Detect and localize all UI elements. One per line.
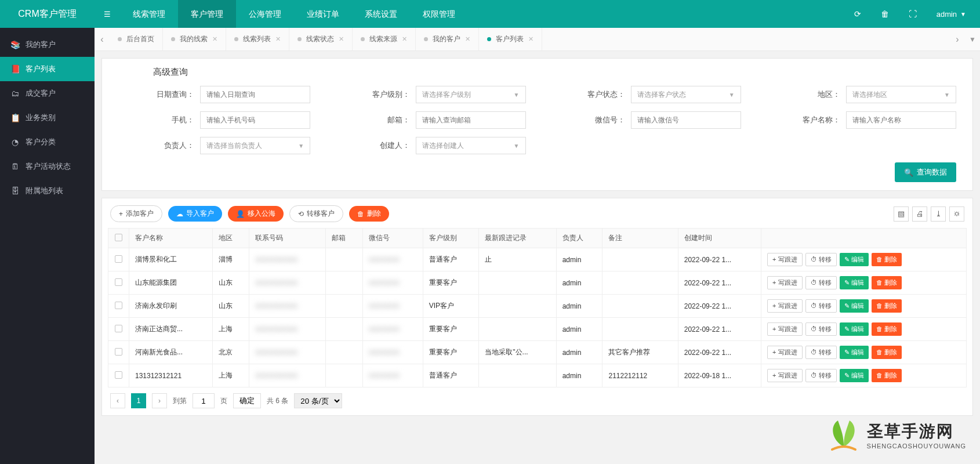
- sidebar-item-3[interactable]: 📋业务类别: [0, 106, 95, 130]
- columns-icon[interactable]: ▧: [894, 206, 909, 222]
- search-label: 微信号：: [580, 115, 625, 125]
- search-label: 手机：: [149, 115, 194, 125]
- cell-follow: [479, 295, 556, 318]
- print-icon[interactable]: 🖨: [912, 206, 927, 222]
- row-checkbox[interactable]: [108, 318, 129, 341]
- tabs-next-icon[interactable]: ›: [950, 34, 965, 45]
- tab-close-icon[interactable]: ✕: [339, 35, 344, 43]
- move-to-sea-button[interactable]: 👤移入公海: [228, 206, 284, 222]
- row-transfer[interactable]: ⏱ 转移: [805, 299, 837, 313]
- row-edit[interactable]: ✎ 编辑: [840, 322, 869, 336]
- table-header: 地区: [213, 229, 249, 248]
- th-checkbox[interactable]: [108, 229, 129, 248]
- row-write-follow[interactable]: + 写跟进: [767, 346, 802, 359]
- page-prev[interactable]: ‹: [110, 393, 125, 408]
- row-edit[interactable]: ✎ 编辑: [840, 276, 869, 289]
- search-grid: 日期查询：客户级别：请选择客户级别▼客户状态：请选择客户状态▼地区：请选择地区▼…: [118, 86, 956, 154]
- add-customer-button[interactable]: +添加客户: [110, 205, 162, 222]
- page-tab-3[interactable]: 线索状态✕: [289, 28, 353, 50]
- nav-item-2[interactable]: 公海管理: [236, 0, 294, 28]
- search-input-wechat[interactable]: [631, 111, 741, 129]
- nav-item-1[interactable]: 客户管理: [178, 0, 236, 28]
- refresh-icon[interactable]: ⟳: [854, 9, 861, 19]
- row-transfer[interactable]: ⏱ 转移: [805, 253, 837, 266]
- tab-close-icon[interactable]: ✕: [212, 35, 217, 43]
- page-tab-2[interactable]: 线索列表✕: [226, 28, 289, 50]
- row-delete[interactable]: 🗑 删除: [872, 369, 902, 382]
- search-input-name[interactable]: [846, 111, 956, 129]
- export-icon[interactable]: ⤓: [931, 206, 946, 222]
- sidebar-item-2[interactable]: 🗂成交客户: [0, 81, 95, 106]
- tab-dot-icon: [118, 37, 122, 41]
- import-customer-button[interactable]: ☁导入客户: [168, 206, 222, 222]
- search-input-email[interactable]: [416, 111, 526, 129]
- row-delete[interactable]: 🗑 删除: [872, 346, 902, 359]
- sidebar-label: 业务类别: [26, 113, 56, 123]
- sidebar-item-6[interactable]: 🗄附属地列表: [0, 179, 95, 203]
- row-checkbox[interactable]: [108, 341, 129, 364]
- tabs-menu-icon[interactable]: ▼: [965, 35, 980, 44]
- page-size-select[interactable]: 20 条/页: [294, 393, 342, 408]
- page-confirm-button[interactable]: 确定: [233, 393, 261, 408]
- row-checkbox[interactable]: [108, 295, 129, 318]
- row-write-follow[interactable]: + 写跟进: [767, 276, 802, 289]
- row-edit[interactable]: ✎ 编辑: [840, 346, 869, 359]
- row-write-follow[interactable]: + 写跟进: [767, 253, 802, 266]
- search-select-status[interactable]: 请选择客户状态▼: [631, 86, 741, 103]
- row-checkbox[interactable]: [108, 248, 129, 271]
- row-delete[interactable]: 🗑 删除: [872, 276, 902, 289]
- sidebar-item-0[interactable]: 📚我的客户: [0, 32, 95, 57]
- row-checkbox[interactable]: [108, 364, 129, 387]
- cell-phone: 00000000000: [249, 271, 326, 295]
- row-transfer[interactable]: ⏱ 转移: [805, 322, 837, 336]
- search-select-owner[interactable]: 请选择当前负责人▼: [200, 137, 310, 154]
- settings-icon[interactable]: ⛭: [949, 206, 964, 222]
- search-select-creator[interactable]: 请选择创建人▼: [416, 137, 526, 154]
- sidebar-toggle-icon[interactable]: ☰: [95, 10, 120, 19]
- page-1[interactable]: 1: [131, 393, 146, 408]
- row-transfer[interactable]: ⏱ 转移: [805, 346, 837, 359]
- row-checkbox[interactable]: [108, 271, 129, 295]
- search-input-date[interactable]: [200, 86, 310, 103]
- row-write-follow[interactable]: + 写跟进: [767, 322, 802, 336]
- row-edit[interactable]: ✎ 编辑: [840, 369, 869, 382]
- search-select-area[interactable]: 请选择地区▼: [846, 86, 956, 103]
- tab-close-icon[interactable]: ✕: [275, 35, 281, 43]
- user-menu[interactable]: admin ▼: [937, 10, 966, 19]
- row-write-follow[interactable]: + 写跟进: [767, 299, 802, 313]
- sidebar-item-4[interactable]: ◔客户分类: [0, 130, 95, 154]
- search-input-phone[interactable]: [200, 111, 310, 129]
- nav-item-0[interactable]: 线索管理: [120, 0, 178, 28]
- page-tab-1[interactable]: 我的线索✕: [163, 28, 226, 50]
- row-transfer[interactable]: ⏱ 转移: [805, 276, 837, 289]
- delete-button[interactable]: 🗑删除: [349, 206, 389, 222]
- page-input[interactable]: [193, 393, 215, 408]
- cell-area: 上海: [213, 318, 249, 341]
- tab-close-icon[interactable]: ✕: [465, 35, 470, 43]
- row-delete[interactable]: 🗑 删除: [872, 322, 902, 336]
- page-tab-6[interactable]: 客户列表✕: [479, 28, 542, 50]
- row-transfer[interactable]: ⏱ 转移: [805, 369, 837, 382]
- sidebar-item-1[interactable]: 📕客户列表: [0, 57, 95, 81]
- sidebar-item-5[interactable]: 🗓客户活动状态: [0, 154, 95, 179]
- row-edit[interactable]: ✎ 编辑: [840, 299, 869, 313]
- page-tab-5[interactable]: 我的客户✕: [416, 28, 479, 50]
- tabs-prev-icon[interactable]: ‹: [95, 34, 110, 45]
- nav-item-4[interactable]: 系统设置: [352, 0, 410, 28]
- page-next[interactable]: ›: [152, 393, 167, 408]
- transfer-customer-button[interactable]: ⟲转移客户: [289, 205, 343, 222]
- nav-item-5[interactable]: 权限管理: [410, 0, 468, 28]
- row-write-follow[interactable]: + 写跟进: [767, 369, 802, 382]
- tab-close-icon[interactable]: ✕: [402, 35, 407, 43]
- search-select-level[interactable]: 请选择客户级别▼: [416, 86, 526, 103]
- nav-item-3[interactable]: 业绩订单: [294, 0, 352, 28]
- fullscreen-icon[interactable]: ⛶: [909, 9, 917, 19]
- row-edit[interactable]: ✎ 编辑: [840, 253, 869, 266]
- row-delete[interactable]: 🗑 删除: [872, 253, 902, 266]
- page-tab-4[interactable]: 线索来源✕: [353, 28, 416, 50]
- page-tab-0[interactable]: 后台首页: [110, 28, 163, 50]
- trash-icon[interactable]: 🗑: [881, 9, 889, 19]
- row-delete[interactable]: 🗑 删除: [872, 299, 902, 313]
- query-button[interactable]: 🔍 查询数据: [895, 162, 956, 182]
- tab-close-icon[interactable]: ✕: [528, 35, 533, 43]
